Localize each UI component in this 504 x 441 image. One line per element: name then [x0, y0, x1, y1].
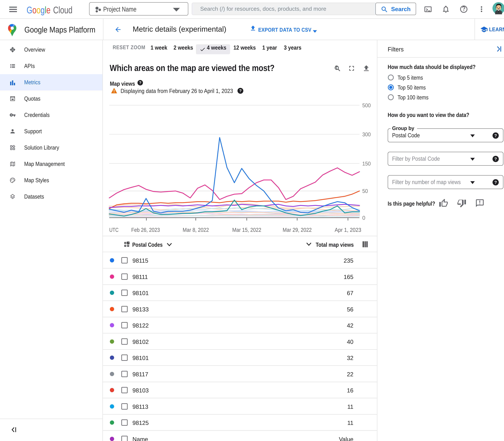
svg-text:Apr 1, 2023: Apr 1, 2023: [335, 227, 361, 233]
svg-text:Mar 8, 2022: Mar 8, 2022: [183, 227, 209, 233]
svg-text:0: 0: [362, 215, 365, 221]
svg-text:UTC: UTC: [109, 227, 119, 233]
svg-text:Mar 15, 2022: Mar 15, 2022: [232, 227, 261, 233]
svg-text:150: 150: [362, 160, 371, 167]
svg-text:500: 500: [362, 102, 371, 108]
svg-text:50: 50: [362, 188, 368, 194]
svg-text:Feb 26, 2023: Feb 26, 2023: [131, 227, 160, 233]
svg-text:300: 300: [362, 131, 371, 137]
svg-text:Mar 29, 2022: Mar 29, 2022: [283, 227, 312, 233]
